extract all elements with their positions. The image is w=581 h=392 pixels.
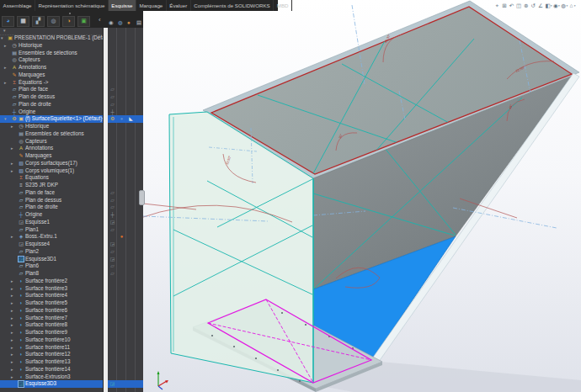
- appearance-icon[interactable]: ●: [127, 18, 131, 27]
- tree-row-surface-fronti-re14[interactable]: ▸◗Surface frontière14: [0, 366, 103, 373]
- addin-3-icon[interactable]: ▞: [32, 16, 45, 27]
- tree-row-presentation-probleme-1-d-faut[interactable]: ▾▣PRESENTATION PROBLEME-1 (Défaut) <Etat…: [0, 34, 103, 42]
- tree-row-ensembles-de-s-lections[interactable]: ▤Ensembles de sélections: [0, 130, 103, 138]
- display-pane-row[interactable]: ▱: [108, 270, 143, 278]
- display-pane-row[interactable]: ◲: [108, 380, 143, 388]
- display-pane-row[interactable]: ▱: [108, 86, 143, 93]
- tree-row-surface-fronti-re13[interactable]: ▸◗Surface frontière13: [0, 358, 103, 366]
- display-pane-row[interactable]: ▱: [108, 226, 143, 234]
- expand-arrow-icon[interactable]: ▸: [11, 285, 13, 293]
- tree-row-esquisse4[interactable]: ◲Esquisse4: [0, 241, 103, 248]
- display-pane-row[interactable]: ▱: [108, 197, 143, 204]
- tree-row-surface-fronti-re4[interactable]: ▸◗Surface frontière4: [0, 292, 103, 299]
- tree-row-surface-fronti-re3[interactable]: ▸◗Surface frontière3: [0, 285, 103, 293]
- zoom-area-icon[interactable]: ⊞: [501, 2, 509, 10]
- menu-tab-mbd[interactable]: MBD: [274, 0, 292, 11]
- section-view-icon[interactable]: ◫: [515, 2, 523, 10]
- tree-row-annotations[interactable]: ▸AAnnotations: [0, 64, 103, 72]
- rotate-view-icon[interactable]: ↺: [530, 2, 537, 10]
- headsup-view-toolbar[interactable]: ⌖⊞↶◫⊕↺∠◧▾◉▾◍▾⌂▾: [493, 2, 576, 10]
- tree-row-corps-volumiques-1-[interactable]: ▸▧Corps volumiques(1): [0, 167, 103, 175]
- tree-row-surface-fronti-re11[interactable]: ▸◗Surface frontière11: [0, 344, 103, 352]
- menu-tab-repr-sentation-sch-matique[interactable]: Représentation schématique: [35, 0, 109, 11]
- tree-row--quations[interactable]: ΣÉquations: [0, 174, 103, 182]
- addin-6-icon[interactable]: ▣: [77, 16, 90, 27]
- expand-arrow-icon[interactable]: ▸: [11, 307, 13, 315]
- tree-row-capteurs[interactable]: ◎Capteurs: [0, 138, 103, 146]
- expand-arrow-icon[interactable]: ▸: [11, 329, 13, 336]
- tree-row-origine[interactable]: ┼Origine: [0, 211, 103, 219]
- sheet-icon[interactable]: ▤: [136, 18, 141, 27]
- tree-row-surface-fronti-re12[interactable]: ▸◗Surface frontière12: [0, 351, 103, 358]
- expand-arrow-icon[interactable]: ▸: [4, 42, 7, 50]
- expand-arrow-icon[interactable]: ▸: [4, 79, 7, 87]
- tree-row-surface-fronti-re9[interactable]: ▸◗Surface frontière9: [0, 329, 103, 336]
- expand-arrow-icon[interactable]: ▸: [11, 167, 13, 175]
- expand-arrow-icon[interactable]: ▸: [11, 344, 13, 352]
- tree-row-annotations[interactable]: ▸AAnnotations: [0, 145, 103, 152]
- tree-row-surface-fronti-re6[interactable]: ▸◗Surface frontière6: [0, 307, 103, 315]
- tree-row-plan6[interactable]: ▱Plan6: [0, 262, 103, 270]
- display-pane-row[interactable]: ◲: [108, 241, 143, 248]
- tree-row-plan1[interactable]: ▱Plan1: [0, 226, 103, 234]
- display-icon[interactable]: ◍: [118, 18, 123, 27]
- tree-row-s235-jr-dkp[interactable]: ≡S235 JR DKP: [0, 182, 103, 189]
- tree-row-surface-fronti-re5[interactable]: ▸◗Surface frontière5: [0, 299, 103, 307]
- display-pane-row[interactable]: ●: [108, 233, 143, 241]
- tree-row-esquisse1[interactable]: ◲Esquisse1: [0, 219, 103, 226]
- tree-row-plan-de-droite[interactable]: ▱Plan de droite: [0, 101, 103, 109]
- display-pane-row[interactable]: ▱: [108, 248, 143, 256]
- expand-arrow-icon[interactable]: ▸: [11, 336, 13, 344]
- tree-row-historique[interactable]: ▸◷Historique: [0, 123, 103, 130]
- expand-arrow-icon[interactable]: ▾: [4, 115, 7, 123]
- display-pane-row[interactable]: ▱: [108, 93, 143, 101]
- expand-arrow-icon[interactable]: ▸: [11, 278, 13, 285]
- display-pane-row[interactable]: ▱: [108, 101, 143, 109]
- expand-arrow-icon[interactable]: ▸: [11, 123, 13, 130]
- tree-row-surface-fronti-re7[interactable]: ▸◗Surface frontière7: [0, 315, 103, 322]
- menu-tab-assemblage[interactable]: Assemblage: [0, 0, 35, 11]
- tree-row--f-surfacesquelette-1-d-faut-d[interactable]: ▾⚙▣(f) SurfaceSquelette<1> (Défaut)<<Déf…: [0, 115, 103, 123]
- expand-arrow-icon[interactable]: ▸: [11, 315, 13, 322]
- expand-arrow-icon[interactable]: ▸: [11, 358, 13, 366]
- tree-row-plan8[interactable]: ▱Plan8: [0, 270, 103, 278]
- display-pane-row[interactable]: ⚙●◣: [108, 115, 143, 123]
- tree-row-marquages[interactable]: ✎Marquages: [0, 72, 103, 79]
- expand-arrow-icon[interactable]: ▸: [11, 145, 13, 152]
- tree-row-corps-surfaciques-17-[interactable]: ▸▧Corps surfaciques(17): [0, 160, 103, 167]
- expand-arrow-icon[interactable]: ▸: [11, 299, 13, 307]
- display-pane-row[interactable]: ▱: [108, 204, 143, 211]
- addin-2-icon[interactable]: ▦: [17, 16, 29, 27]
- expand-arrow-icon[interactable]: ▸: [11, 160, 13, 167]
- pan-icon[interactable]: ⊕: [522, 2, 530, 10]
- tree-row-plan-de-dessus[interactable]: ▱Plan de dessus: [0, 197, 103, 204]
- menu-tab--valuer[interactable]: Évaluer: [167, 0, 191, 11]
- tree-row-plan-de-dessus[interactable]: ▱Plan de dessus: [0, 93, 103, 101]
- panel-splitter-handle[interactable]: [139, 190, 145, 205]
- display-pane-row[interactable]: ◲: [108, 256, 143, 263]
- expand-arrow-icon[interactable]: ▸: [11, 292, 13, 299]
- expand-arrow-icon[interactable]: ▸: [11, 233, 13, 241]
- tree-row--quations-[interactable]: ▸ΣÉquations ->: [0, 79, 103, 87]
- menu-tab-compl-ments-de-solidworks[interactable]: Compléments de SOLIDWORKS: [191, 0, 274, 11]
- tree-row-plan-de-face[interactable]: ▱Plan de face: [0, 86, 103, 93]
- menu-tab-esquisse[interactable]: Esquisse: [109, 0, 136, 11]
- menu-tab-marquage[interactable]: Marquage: [136, 0, 167, 11]
- tree-row-surface-fronti-re10[interactable]: ▸◗Surface frontière10: [0, 336, 103, 344]
- display-pane-row[interactable]: ┼: [108, 109, 143, 116]
- zoom-fit-icon[interactable]: ⌖: [493, 2, 501, 10]
- expand-arrow-icon[interactable]: ▸: [4, 64, 7, 72]
- tree-row-capteurs[interactable]: ◎Capteurs: [0, 56, 103, 64]
- tree-row-surface-fronti-re2[interactable]: ▸◗Surface frontière2: [0, 278, 103, 285]
- expand-arrow-icon[interactable]: ▸: [11, 351, 13, 358]
- dropdown-arrow-icon[interactable]: ▾: [574, 4, 576, 8]
- toolbar-collapse-arrow[interactable]: ‹: [99, 15, 101, 25]
- measure-icon[interactable]: ∠: [537, 2, 545, 10]
- tree-row-historique[interactable]: ▸◷Historique: [0, 42, 103, 50]
- eye-icon[interactable]: ◉: [109, 18, 114, 27]
- addin-4-icon[interactable]: ◍: [47, 16, 60, 27]
- tree-row-plan-de-face[interactable]: ▱Plan de face: [0, 189, 103, 197]
- display-pane-row[interactable]: ▱: [108, 262, 143, 270]
- tree-row-boss-extru-1[interactable]: ▸◈Boss.-Extru.1: [0, 233, 103, 241]
- tree-row-surface-fronti-re8[interactable]: ▸◗Surface frontière8: [0, 321, 103, 329]
